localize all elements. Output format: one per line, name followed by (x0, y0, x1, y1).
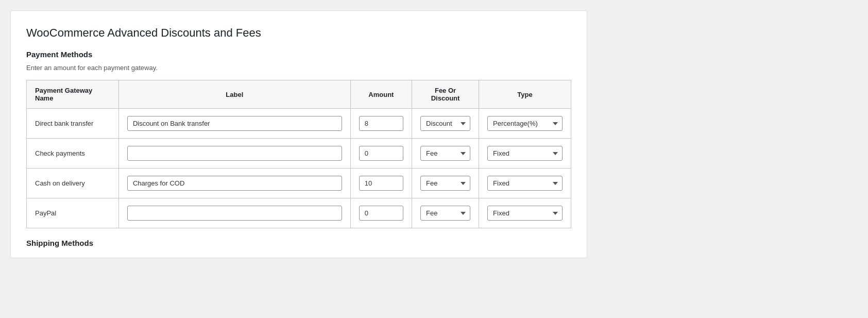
col-header-amount: Amount (350, 80, 412, 109)
gateway-name-2: Cash on delivery (27, 169, 119, 198)
payment-methods-title: Payment Methods (26, 50, 571, 59)
fee-discount-cell-1: FeeDiscount (412, 139, 479, 169)
fee-discount-select-2[interactable]: FeeDiscount (420, 176, 470, 191)
label-cell-2 (118, 169, 350, 198)
type-select-1[interactable]: FixedPercentage(%) (487, 146, 563, 161)
type-cell-3: FixedPercentage(%) (479, 198, 571, 228)
table-row: Check paymentsFeeDiscountFixedPercentage… (27, 139, 571, 169)
amount-cell-1 (350, 139, 412, 169)
col-header-type: Type (479, 80, 571, 109)
fee-discount-select-3[interactable]: FeeDiscount (420, 206, 470, 221)
type-select-3[interactable]: FixedPercentage(%) (487, 206, 563, 221)
page-title: WooCommerce Advanced Discounts and Fees (26, 26, 571, 40)
table-row: Cash on deliveryFeeDiscountFixedPercenta… (27, 169, 571, 198)
amount-cell-3 (350, 198, 412, 228)
col-header-label: Label (118, 80, 350, 109)
settings-card: WooCommerce Advanced Discounts and Fees … (10, 10, 587, 258)
table-row: PayPalFeeDiscountFixedPercentage(%) (27, 198, 571, 228)
type-select-0[interactable]: FixedPercentage(%) (487, 116, 563, 131)
gateway-name-3: PayPal (27, 198, 119, 228)
fee-discount-select-1[interactable]: FeeDiscount (420, 146, 470, 161)
label-input-0[interactable] (127, 116, 342, 131)
label-cell-3 (118, 198, 350, 228)
label-input-2[interactable] (127, 176, 342, 191)
type-select-2[interactable]: FixedPercentage(%) (487, 176, 563, 191)
amount-input-1[interactable] (359, 146, 403, 161)
gateway-name-0: Direct bank transfer (27, 109, 119, 139)
col-header-fee-or-discount: Fee Or Discount (412, 80, 479, 109)
amount-input-2[interactable] (359, 176, 403, 191)
fee-discount-cell-2: FeeDiscount (412, 169, 479, 198)
label-input-3[interactable] (127, 206, 342, 221)
table-row: Direct bank transferFeeDiscountFixedPerc… (27, 109, 571, 139)
shipping-methods-title: Shipping Methods (26, 239, 571, 247)
amount-cell-0 (350, 109, 412, 139)
payment-methods-description: Enter an amount for each payment gateway… (26, 64, 571, 72)
type-cell-2: FixedPercentage(%) (479, 169, 571, 198)
fee-discount-cell-3: FeeDiscount (412, 198, 479, 228)
amount-input-3[interactable] (359, 206, 403, 221)
fee-discount-cell-0: FeeDiscount (412, 109, 479, 139)
label-input-1[interactable] (127, 146, 342, 161)
payment-methods-table: Payment Gateway Name Label Amount Fee Or… (26, 80, 571, 228)
label-cell-1 (118, 139, 350, 169)
gateway-name-1: Check payments (27, 139, 119, 169)
col-header-gateway-name: Payment Gateway Name (27, 80, 119, 109)
amount-cell-2 (350, 169, 412, 198)
table-header-row: Payment Gateway Name Label Amount Fee Or… (27, 80, 571, 109)
page-container: WooCommerce Advanced Discounts and Fees … (0, 0, 868, 318)
fee-discount-select-0[interactable]: FeeDiscount (420, 116, 470, 131)
label-cell-0 (118, 109, 350, 139)
type-cell-0: FixedPercentage(%) (479, 109, 571, 139)
amount-input-0[interactable] (359, 116, 403, 131)
type-cell-1: FixedPercentage(%) (479, 139, 571, 169)
